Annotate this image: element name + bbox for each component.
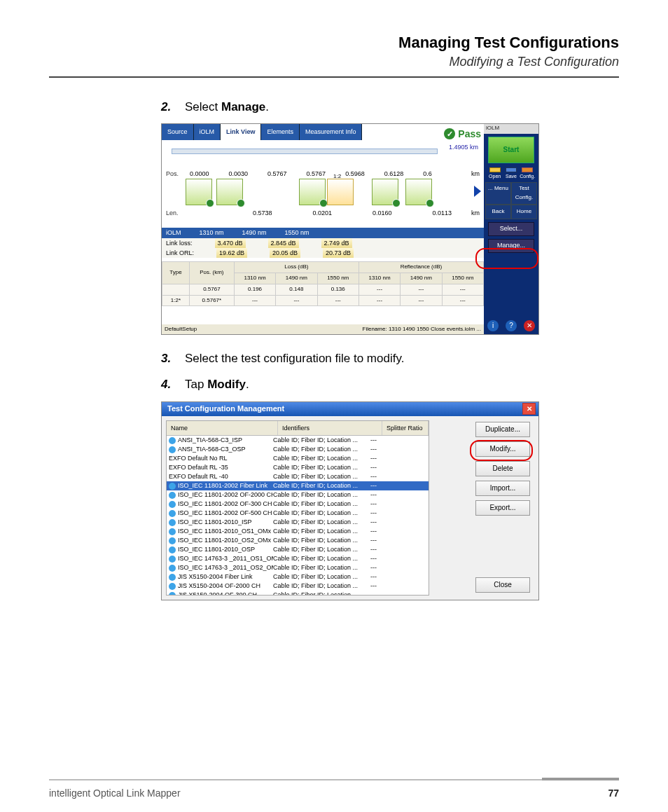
col-pos: Pos. (km) (189, 262, 234, 284)
element-box[interactable] (372, 179, 398, 205)
sidebar-title: iOLM (484, 124, 538, 134)
tab-elements[interactable]: Elements (261, 124, 300, 139)
duplicate-button[interactable]: Duplicate... (475, 422, 530, 437)
page-header-title: Managing Test Configurations (49, 34, 619, 52)
home-button[interactable]: Home (511, 205, 537, 219)
app-tabs: Source iOLM Link View Elements Measureme… (162, 124, 484, 139)
page-header-subtitle: Modifying a Test Configuration (49, 55, 619, 69)
save-button[interactable]: Save (505, 167, 517, 180)
delete-button[interactable]: Delete (475, 461, 530, 476)
app-sidebar: iOLM Start Open Save Config. ... Menu Te… (484, 124, 538, 334)
dialog-titlebar: Test Configuration Management ✕ (162, 402, 538, 416)
dialog-title: Test Configuration Management (167, 403, 284, 415)
element-box[interactable] (216, 179, 243, 205)
footer-rule (49, 779, 619, 780)
globe-icon (169, 437, 176, 444)
element-splitter[interactable]: 1:2 (327, 179, 354, 205)
table-row[interactable]: 0.5767 0.1960.1480.136 --------- (162, 284, 484, 295)
link-orl-row: Link ORL: 19.62 dB 20.05 dB 20.73 dB (162, 248, 484, 258)
help-icon[interactable]: ? (506, 320, 517, 331)
tab-source[interactable]: Source (162, 124, 194, 139)
check-icon (206, 199, 214, 207)
globe-icon (169, 510, 176, 517)
list-item[interactable]: JIS X5150-2004 OF-300 CHCable ID; Fiber … (167, 591, 429, 596)
sidebar-crumbs: ... Menu Test Config. (485, 182, 537, 205)
step-number: 4. (161, 375, 176, 394)
open-button[interactable]: Open (489, 167, 501, 180)
tab-link-view[interactable]: Link View (221, 124, 261, 139)
screenshot-iolm-app: Source iOLM Link View Elements Measureme… (161, 123, 539, 335)
list-item[interactable]: ISO_IEC 14763-3 _2011_OS2_OMxCable ID; F… (167, 563, 429, 572)
menu-crumb[interactable]: ... Menu (485, 182, 511, 205)
col-identifiers[interactable]: Identifiers (278, 421, 382, 435)
close-icon[interactable]: ✕ (522, 403, 536, 415)
list-item[interactable]: ANSI_TIA-568-C3_ISPCable ID; Fiber ID; L… (167, 436, 429, 445)
header-rule (49, 76, 619, 78)
check-icon (426, 199, 434, 207)
list-item[interactable]: ISO_IEC 11801-2002 Fiber LinkCable ID; F… (167, 481, 429, 490)
import-button[interactable]: Import... (475, 481, 530, 496)
step-2: 2. Select Manage. (161, 97, 539, 116)
element-box[interactable] (186, 179, 212, 205)
disk-icon (506, 167, 517, 172)
tab-measurement-info[interactable]: Measurement Info (300, 124, 363, 139)
check-icon (237, 199, 245, 207)
list-item[interactable]: ISO_IEC 11801-2002 OF-2000 CHCable ID; F… (167, 490, 429, 500)
tab-iolm[interactable]: iOLM (194, 124, 221, 139)
page-number: 77 (608, 787, 619, 799)
status-bar: DefaultSetup Filename: 1310 1490 1550 Cl… (162, 324, 484, 334)
start-button[interactable]: Start (488, 137, 534, 163)
close-button[interactable]: Close (475, 577, 530, 593)
list-item[interactable]: EXFO Default No RLCable ID; Fiber ID; Lo… (167, 454, 429, 463)
back-button[interactable]: Back (485, 205, 511, 219)
scroll-right-icon[interactable] (474, 186, 481, 197)
footer-product-name: intelligent Optical Link Mapper (49, 787, 181, 799)
list-item[interactable]: EXFO Default RL -35Cable ID; Fiber ID; L… (167, 463, 429, 472)
step-number: 2. (161, 97, 176, 116)
list-item[interactable]: ISO_IEC 11801-2010_OS1_OMxCable ID; Fibe… (167, 527, 429, 536)
list-item[interactable]: ISO_IEC 14763-3 _2011_OS1_OMxCable ID; F… (167, 554, 429, 563)
check-icon: ✓ (444, 128, 455, 139)
element-box[interactable] (405, 179, 432, 205)
list-item[interactable]: JIS X5150-2004 OF-2000 CHCable ID; Fiber… (167, 582, 429, 591)
check-icon (392, 199, 401, 207)
col-splitter-ratio[interactable]: Splitter Ratio (382, 421, 429, 435)
step-3: 3. Select the test configuration file to… (161, 349, 539, 368)
list-item[interactable]: JIS X5150-2004 Fiber LinkCable ID; Fiber… (167, 572, 429, 582)
col-name[interactable]: Name (167, 421, 278, 435)
config-list[interactable]: Name Identifiers Splitter Ratio ANSI_TIA… (166, 420, 429, 596)
export-button[interactable]: Export... (475, 500, 530, 516)
list-item[interactable]: ISO_IEC 11801-2002 OF-500 CHCable ID; Fi… (167, 509, 429, 518)
select-button[interactable]: Select... (488, 222, 534, 236)
col-refl: Reflectance (dB) (359, 262, 483, 273)
folder-icon (489, 167, 501, 172)
status-setup: DefaultSetup (165, 325, 197, 334)
close-icon[interactable]: ✕ (524, 320, 535, 331)
element-box[interactable] (299, 179, 326, 205)
list-item[interactable]: ISO_IEC 11801-2010_OSPCable ID; Fiber ID… (167, 545, 429, 554)
manage-button[interactable]: Manage... (488, 239, 534, 253)
info-icon[interactable]: i (487, 320, 499, 331)
globe-icon (169, 556, 176, 563)
position-row: Pos. 0.0000 0.0030 0.5767 0.5767 0.5968 … (166, 169, 480, 179)
config-button[interactable]: Config. (521, 167, 534, 180)
globe-icon (169, 483, 176, 490)
list-item[interactable]: EXFO Default RL -40Cable ID; Fiber ID; L… (167, 472, 429, 481)
list-item[interactable]: ISO_IEC 11801-2010_ISPCable ID; Fiber ID… (167, 518, 429, 527)
step-number: 3. (161, 349, 176, 368)
modify-button[interactable]: Modify... (475, 441, 530, 457)
list-item[interactable]: ISO_IEC 11801-2002 OF-300 CHCable ID; Fi… (167, 500, 429, 509)
footer-accent (542, 778, 619, 780)
link-length-label: 1.4905 km (449, 142, 478, 152)
list-header: Name Identifiers Splitter Ratio (167, 421, 429, 436)
list-item[interactable]: ANSI_TIA-568-C3_OSPCable ID; Fiber ID; L… (167, 445, 429, 454)
list-item[interactable]: ISO_IEC 11801-2010_OS2_OMxCable ID; Fibe… (167, 536, 429, 545)
globe-icon (169, 546, 176, 553)
col-loss: Loss (dB) (234, 262, 359, 273)
globe-icon (169, 574, 176, 581)
table-row[interactable]: 1:2* 0.5767* --------- --------- (162, 295, 484, 306)
globe-icon (169, 565, 176, 572)
globe-icon (169, 583, 176, 590)
testconfig-crumb[interactable]: Test Config. (511, 182, 537, 205)
globe-icon (169, 592, 176, 596)
